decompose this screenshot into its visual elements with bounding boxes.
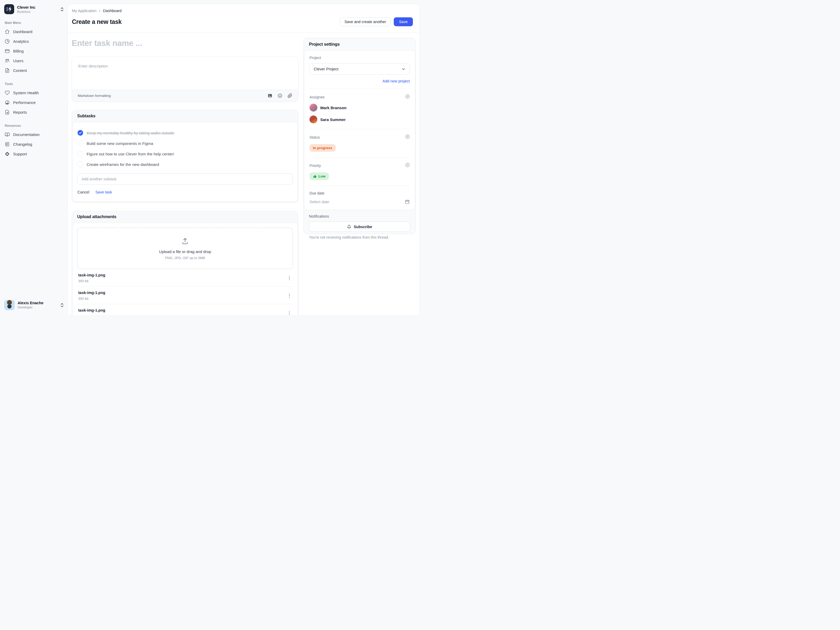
cancel-button[interactable]: Cancel	[77, 190, 89, 194]
priority-value: Low	[318, 174, 325, 178]
sidebar-section-tools: Tools	[5, 82, 64, 86]
paperclip-icon[interactable]	[287, 93, 292, 98]
file-text-icon	[5, 68, 10, 73]
page-title: Create a new task	[72, 18, 122, 25]
subtask-label: Figure out how to use Clever from the he…	[87, 152, 174, 156]
bell-icon	[347, 225, 351, 229]
due-date-label: Due date	[309, 191, 410, 195]
sidebar-item-performance[interactable]: Performance	[4, 98, 64, 107]
file-menu-kebab-icon[interactable]	[287, 274, 292, 282]
checkbox-unchecked-icon[interactable]	[77, 161, 83, 167]
org-type: Business	[17, 10, 57, 14]
home-icon	[5, 29, 10, 34]
subtask-row[interactable]: Figure out how to use Clever from the he…	[77, 148, 293, 159]
assignee-section: Assignee Mark Branson Sara Summer	[309, 89, 410, 129]
project-select[interactable]: Clever Project	[309, 63, 410, 74]
chevron-right-icon: ›	[99, 9, 101, 13]
chevron-down-icon	[401, 67, 406, 71]
assignee-row: Sara Summer	[309, 115, 410, 123]
gear-icon[interactable]	[405, 134, 410, 140]
file-row: task-img-1.png 350 kb	[77, 286, 293, 304]
task-name-input[interactable]	[72, 39, 298, 48]
task-form: Markdown formatting Subtasks	[72, 32, 298, 315]
user-switcher[interactable]: Alexis Enache Developer	[4, 300, 64, 311]
file-row: task-img-1.png 350 kb	[77, 269, 293, 286]
assignee-name: Sara Summer	[320, 117, 346, 122]
sidebar-item-content[interactable]: Content	[4, 66, 64, 75]
dropzone-hint: PNG, JPG, GIF up to 3MB	[165, 256, 205, 260]
changelog-icon	[5, 142, 10, 147]
due-date-field[interactable]: Select date	[309, 199, 410, 204]
sidebar-item-users[interactable]: Users	[4, 56, 64, 66]
description-input[interactable]	[72, 57, 298, 88]
file-menu-kebab-icon[interactable]	[287, 292, 292, 300]
status-badge[interactable]: In progress	[309, 144, 336, 152]
save-button[interactable]: Save	[394, 17, 413, 26]
sidebar-item-label: Reports	[13, 110, 27, 114]
breadcrumb-parent[interactable]: My Application	[72, 9, 96, 13]
markdown-hint: Markdown formatting	[78, 94, 111, 98]
subscribe-button[interactable]: Subscribe	[309, 221, 410, 232]
sidebar-item-reports[interactable]: Reports	[4, 107, 64, 117]
sidebar-item-label: Support	[13, 152, 27, 156]
subtask-label: Keep my mentality healthy by taking walk…	[87, 131, 174, 135]
gear-icon[interactable]	[405, 94, 410, 100]
sidebar-section-resources: Resources	[5, 124, 64, 128]
notifications-section: Notifications Subscribe You're not recei…	[304, 210, 415, 245]
report-icon	[5, 110, 10, 115]
priority-section: Priority Low	[309, 157, 410, 186]
attachments-title: Upload attachments	[72, 211, 298, 223]
book-open-icon	[5, 132, 10, 137]
file-name: task-img-1.png	[78, 273, 105, 277]
status-section: Status In progress	[309, 129, 410, 157]
credit-card-icon	[5, 49, 10, 54]
org-switcher[interactable]: Clever Inc Business	[4, 4, 64, 14]
page-body: Markdown formatting Subtasks	[72, 32, 420, 315]
description-toolbar: Markdown formatting	[72, 90, 298, 102]
subtask-row[interactable]: Keep my mentality healthy by taking walk…	[77, 128, 293, 138]
sidebar-item-analytics[interactable]: Analytics	[4, 36, 64, 46]
project-select-value: Clever Project	[314, 67, 338, 71]
sidebar-item-changelog[interactable]: Changelog	[4, 139, 64, 149]
add-new-project-link[interactable]: Add new project	[309, 79, 410, 83]
priority-badge[interactable]: Low	[309, 172, 329, 180]
sidebar-item-label: Dashboard	[13, 29, 32, 34]
checkbox-unchecked-icon[interactable]	[77, 141, 83, 146]
gear-icon[interactable]	[405, 163, 410, 168]
subtask-row[interactable]: Create wireframes for the new dashboard	[77, 159, 293, 170]
image-icon[interactable]	[267, 93, 273, 98]
sidebar-item-support[interactable]: Support	[4, 149, 64, 159]
file-menu-kebab-icon[interactable]	[287, 309, 292, 315]
sidebar-item-dashboard[interactable]: Dashboard	[4, 27, 64, 36]
assignee-name: Mark Branson	[320, 106, 346, 110]
save-and-create-another-button[interactable]: Save and create another	[340, 17, 391, 26]
file-size: 350 kb	[78, 314, 105, 315]
file-dropzone[interactable]: Upload a file or drag and drop PNG, JPG,…	[77, 227, 293, 269]
avatar	[309, 104, 317, 112]
sidebar-item-documentation[interactable]: Documentation	[4, 129, 64, 139]
save-task-button[interactable]: Save task	[95, 190, 112, 194]
dropzone-title: Upload a file or drag and drop	[159, 249, 211, 254]
emoji-icon[interactable]	[278, 93, 283, 98]
description-card: Markdown formatting	[72, 56, 298, 102]
org-switcher-chevrons-icon	[60, 7, 64, 11]
subscribe-label: Subscribe	[354, 225, 372, 229]
sidebar-item-system-health[interactable]: System Health	[4, 88, 64, 98]
sidebar-item-label: Analytics	[13, 39, 29, 44]
subtasks-title: Subtasks	[72, 110, 298, 122]
add-subtask-input[interactable]	[77, 173, 293, 185]
file-size: 350 kb	[78, 297, 105, 300]
breadcrumb-current[interactable]: Dashboard	[103, 9, 122, 13]
subtask-label: Build some new components in Figma	[87, 141, 153, 146]
sidebar-item-label: Documentation	[13, 132, 39, 137]
calendar-icon[interactable]	[405, 199, 410, 204]
sidebar-item-label: Performance	[13, 100, 36, 105]
clever-logo-icon	[4, 4, 14, 14]
user-name: Alexis Enache	[17, 301, 43, 305]
panel-title: Project settings	[304, 38, 415, 50]
checkbox-unchecked-icon[interactable]	[77, 151, 83, 157]
subtask-row[interactable]: Build some new components in Figma	[77, 138, 293, 148]
checkbox-checked-icon[interactable]	[77, 130, 83, 136]
sidebar-item-billing[interactable]: Billing	[4, 46, 64, 56]
heart-icon	[5, 90, 10, 95]
